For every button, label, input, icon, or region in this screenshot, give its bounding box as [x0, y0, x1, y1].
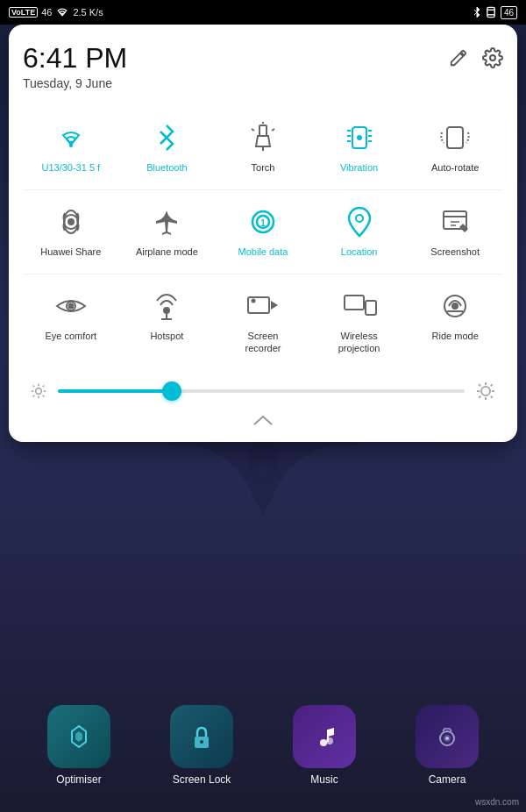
mobiledata-icon: 1: [244, 203, 282, 241]
toggle-torch[interactable]: Torch: [215, 108, 311, 182]
toggle-grid-row2: Huawei Share Airplane mode 1 Mobile data: [23, 192, 503, 267]
torch-icon: [244, 118, 282, 157]
optimiser-icon: [47, 705, 110, 768]
current-time: 6:41 PM: [23, 42, 127, 75]
toggle-airplanemode[interactable]: Airplane mode: [119, 192, 216, 267]
camera-icon: [416, 705, 479, 768]
header-action-icons: [449, 47, 503, 68]
phone-status-icon: [485, 6, 497, 18]
edit-icon[interactable]: [449, 48, 468, 68]
hotspot-icon: [147, 287, 186, 325]
app-camera[interactable]: Camera: [416, 705, 479, 786]
huaweishare-icon: [52, 203, 90, 241]
ridemode-icon: [436, 287, 474, 325]
svg-point-36: [68, 304, 73, 309]
svg-line-55: [33, 395, 35, 396]
music-label: Music: [310, 773, 338, 786]
toggle-eyecomfort[interactable]: Eye comfort: [23, 276, 119, 362]
location-icon: [340, 203, 379, 241]
svg-point-41: [251, 299, 255, 303]
toggle-huaweishare[interactable]: Huawei Share: [23, 192, 119, 267]
wifi-icon: [52, 118, 90, 157]
app-optimiser[interactable]: Optimiser: [47, 705, 110, 786]
svg-point-27: [68, 219, 74, 224]
row-divider-2: [23, 274, 503, 274]
svg-line-64: [479, 395, 480, 397]
svg-line-14: [252, 129, 254, 131]
autorotate-icon: [436, 118, 474, 157]
screenlock-icon: [170, 705, 233, 768]
mobiledata-label: Mobile data: [238, 246, 288, 258]
wirelessprojection-label: Wireless projection: [338, 331, 380, 353]
vibration-icon: [340, 118, 379, 157]
brightness-slider[interactable]: [58, 389, 465, 393]
volte-badge: VoLTE: [9, 7, 38, 18]
svg-point-10: [490, 55, 495, 61]
toggle-location[interactable]: Location: [311, 192, 408, 267]
bluetooth-label: Bluetooth: [146, 162, 187, 174]
settings-icon[interactable]: [482, 47, 503, 68]
svg-line-53: [33, 385, 35, 387]
torch-label: Torch: [252, 162, 275, 174]
network-speed: 2.5 K/s: [73, 7, 103, 18]
svg-line-56: [43, 385, 45, 387]
toggle-bluetooth[interactable]: Bluetooth: [119, 108, 216, 182]
brightness-row: [23, 370, 503, 409]
row-divider-1: [23, 189, 503, 190]
svg-marker-42: [271, 301, 278, 310]
toggle-vibration[interactable]: Vibration: [311, 108, 408, 182]
svg-rect-44: [366, 301, 376, 315]
brightness-fill: [58, 389, 172, 393]
airplanemode-label: Airplane mode: [136, 246, 198, 258]
svg-rect-0: [487, 7, 494, 17]
toggle-wirelessprojection[interactable]: Wireless projection: [311, 276, 408, 362]
bottom-apps: Optimiser Screen Lock Music: [0, 705, 526, 786]
brightness-low-icon: [30, 382, 47, 400]
svg-text:1: 1: [260, 218, 266, 228]
ridemode-label: Ride mode: [432, 331, 479, 342]
toggle-ridemode[interactable]: Ride mode: [407, 276, 503, 362]
toggle-autorotate[interactable]: Auto-rotate: [407, 108, 503, 182]
bluetooth-status-icon: [473, 6, 481, 18]
svg-rect-43: [345, 296, 364, 310]
app-screenlock[interactable]: Screen Lock: [170, 705, 233, 786]
brightness-thumb[interactable]: [162, 381, 181, 401]
eyecomfort-icon: [52, 287, 90, 325]
battery-indicator: 46: [501, 6, 517, 19]
optimiser-label: Optimiser: [56, 773, 101, 786]
svg-line-65: [491, 384, 493, 386]
watermark: wsxdn.com: [475, 797, 519, 807]
toggle-screenshot[interactable]: Screenshot: [407, 192, 503, 267]
chevron-up-icon: [252, 414, 274, 426]
camera-label: Camera: [429, 773, 466, 786]
airplanemode-icon: [147, 203, 186, 241]
svg-rect-12: [259, 125, 267, 136]
wirelessprojection-icon: [340, 287, 379, 325]
screenlock-label: Screen Lock: [173, 773, 231, 786]
svg-point-24: [357, 135, 362, 140]
svg-point-57: [481, 387, 490, 395]
toggle-mobiledata[interactable]: 1 Mobile data: [215, 192, 311, 267]
autorotate-label: Auto-rotate: [431, 162, 479, 174]
toggle-hotspot[interactable]: Hotspot: [119, 276, 216, 362]
toggle-wifi[interactable]: U13/30-31 5 f: [23, 108, 119, 182]
status-right: 46: [473, 6, 517, 19]
toggle-grid-row1: U13/30-31 5 f Bluetooth: [23, 108, 503, 182]
toggle-grid-row3: Eye comfort Hotspot: [23, 276, 503, 362]
svg-line-62: [479, 384, 480, 386]
svg-point-5: [320, 739, 327, 746]
collapse-handle[interactable]: [23, 409, 503, 428]
vibration-label: Vibration: [340, 162, 378, 174]
panel-header: 6:41 PM Tuesday, 9 June: [23, 42, 503, 90]
toggle-screenrecorder[interactable]: Screen recorder: [215, 276, 311, 362]
svg-point-32: [356, 215, 363, 222]
screenshot-icon: [436, 203, 474, 241]
screenrecorder-label: Screen recorder: [245, 331, 281, 353]
app-music[interactable]: Music: [293, 705, 356, 786]
svg-point-46: [451, 303, 458, 310]
svg-line-15: [272, 129, 274, 131]
brightness-high-icon: [475, 381, 496, 402]
svg-rect-40: [248, 297, 269, 313]
status-bar: VoLTE 46 2.5 K/s 46: [0, 0, 526, 25]
quick-settings-panel: 6:41 PM Tuesday, 9 June: [9, 25, 517, 442]
